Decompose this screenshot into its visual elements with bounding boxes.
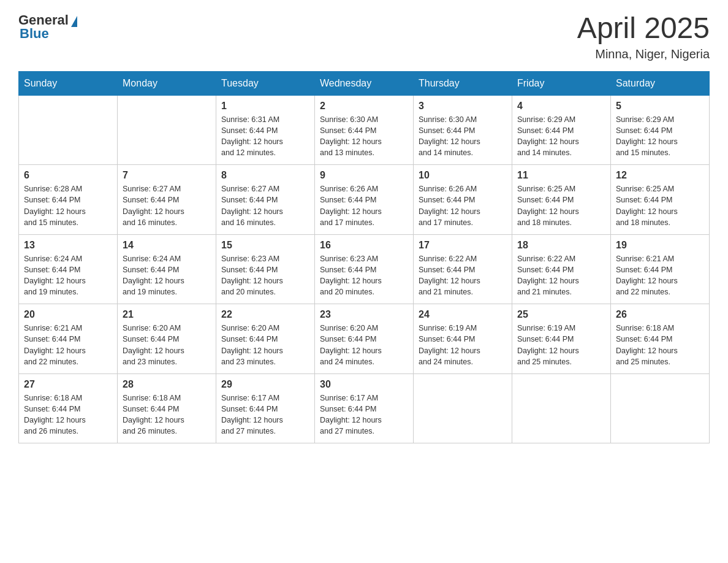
calendar-cell: 23Sunrise: 6:20 AMSunset: 6:44 PMDayligh… bbox=[315, 304, 414, 374]
day-info: Sunrise: 6:28 AMSunset: 6:44 PMDaylight:… bbox=[24, 183, 112, 228]
day-info: Sunrise: 6:18 AMSunset: 6:44 PMDaylight:… bbox=[123, 393, 211, 437]
calendar-cell: 14Sunrise: 6:24 AMSunset: 6:44 PMDayligh… bbox=[118, 234, 216, 304]
day-info: Sunrise: 6:31 AMSunset: 6:44 PMDaylight:… bbox=[221, 114, 309, 159]
header-row: SundayMondayTuesdayWednesdayThursdayFrid… bbox=[19, 71, 710, 95]
calendar-cell: 24Sunrise: 6:19 AMSunset: 6:44 PMDayligh… bbox=[414, 304, 512, 374]
calendar-cell: 22Sunrise: 6:20 AMSunset: 6:44 PMDayligh… bbox=[216, 304, 315, 374]
day-number: 24 bbox=[419, 309, 507, 320]
day-info: Sunrise: 6:24 AMSunset: 6:44 PMDaylight:… bbox=[123, 253, 211, 298]
header-cell-sunday: Sunday bbox=[19, 71, 118, 95]
month-title: April 2025 bbox=[577, 12, 710, 45]
day-number: 6 bbox=[24, 170, 112, 181]
calendar-cell: 16Sunrise: 6:23 AMSunset: 6:44 PMDayligh… bbox=[315, 234, 414, 304]
calendar-cell: 21Sunrise: 6:20 AMSunset: 6:44 PMDayligh… bbox=[118, 304, 216, 374]
day-info: Sunrise: 6:24 AMSunset: 6:44 PMDaylight:… bbox=[24, 253, 112, 298]
day-info: Sunrise: 6:23 AMSunset: 6:44 PMDaylight:… bbox=[221, 253, 309, 298]
header-cell-tuesday: Tuesday bbox=[216, 71, 315, 95]
calendar-cell bbox=[414, 373, 512, 443]
day-info: Sunrise: 6:17 AMSunset: 6:44 PMDaylight:… bbox=[320, 393, 408, 437]
calendar-week-row: 27Sunrise: 6:18 AMSunset: 6:44 PMDayligh… bbox=[19, 373, 710, 443]
location-title: Minna, Niger, Nigeria bbox=[577, 47, 710, 61]
day-info: Sunrise: 6:20 AMSunset: 6:44 PMDaylight:… bbox=[123, 323, 211, 367]
day-info: Sunrise: 6:30 AMSunset: 6:44 PMDaylight:… bbox=[419, 114, 507, 159]
day-number: 5 bbox=[616, 101, 704, 112]
calendar-cell: 5Sunrise: 6:29 AMSunset: 6:44 PMDaylight… bbox=[611, 95, 710, 165]
calendar-cell: 20Sunrise: 6:21 AMSunset: 6:44 PMDayligh… bbox=[19, 304, 118, 374]
calendar-cell: 17Sunrise: 6:22 AMSunset: 6:44 PMDayligh… bbox=[414, 234, 512, 304]
day-number: 16 bbox=[320, 240, 408, 251]
calendar-week-row: 1Sunrise: 6:31 AMSunset: 6:44 PMDaylight… bbox=[19, 95, 710, 165]
day-number: 27 bbox=[24, 379, 112, 390]
day-number: 10 bbox=[419, 170, 507, 181]
calendar-cell bbox=[512, 373, 611, 443]
day-number: 17 bbox=[419, 240, 507, 251]
calendar-cell: 1Sunrise: 6:31 AMSunset: 6:44 PMDaylight… bbox=[216, 95, 315, 165]
calendar-cell bbox=[611, 373, 710, 443]
calendar-cell: 15Sunrise: 6:23 AMSunset: 6:44 PMDayligh… bbox=[216, 234, 315, 304]
header-cell-friday: Friday bbox=[512, 71, 611, 95]
day-info: Sunrise: 6:19 AMSunset: 6:44 PMDaylight:… bbox=[419, 323, 507, 367]
day-info: Sunrise: 6:18 AMSunset: 6:44 PMDaylight:… bbox=[616, 323, 704, 367]
day-number: 2 bbox=[320, 101, 408, 112]
calendar-cell: 2Sunrise: 6:30 AMSunset: 6:44 PMDaylight… bbox=[315, 95, 414, 165]
day-info: Sunrise: 6:29 AMSunset: 6:44 PMDaylight:… bbox=[517, 114, 605, 159]
day-info: Sunrise: 6:25 AMSunset: 6:44 PMDaylight:… bbox=[616, 183, 704, 228]
day-number: 3 bbox=[419, 101, 507, 112]
calendar-cell: 12Sunrise: 6:25 AMSunset: 6:44 PMDayligh… bbox=[611, 165, 710, 235]
header-cell-wednesday: Wednesday bbox=[315, 71, 414, 95]
day-info: Sunrise: 6:17 AMSunset: 6:44 PMDaylight:… bbox=[221, 393, 309, 437]
calendar-cell: 25Sunrise: 6:19 AMSunset: 6:44 PMDayligh… bbox=[512, 304, 611, 374]
day-info: Sunrise: 6:21 AMSunset: 6:44 PMDaylight:… bbox=[616, 253, 704, 298]
calendar-cell: 11Sunrise: 6:25 AMSunset: 6:44 PMDayligh… bbox=[512, 165, 611, 235]
day-info: Sunrise: 6:26 AMSunset: 6:44 PMDaylight:… bbox=[320, 183, 408, 228]
calendar-cell: 8Sunrise: 6:27 AMSunset: 6:44 PMDaylight… bbox=[216, 165, 315, 235]
day-info: Sunrise: 6:20 AMSunset: 6:44 PMDaylight:… bbox=[320, 323, 408, 367]
calendar-cell: 13Sunrise: 6:24 AMSunset: 6:44 PMDayligh… bbox=[19, 234, 118, 304]
calendar-cell: 3Sunrise: 6:30 AMSunset: 6:44 PMDaylight… bbox=[414, 95, 512, 165]
calendar-week-row: 20Sunrise: 6:21 AMSunset: 6:44 PMDayligh… bbox=[19, 304, 710, 374]
day-number: 9 bbox=[320, 170, 408, 181]
day-number: 12 bbox=[616, 170, 704, 181]
day-number: 29 bbox=[221, 379, 309, 390]
day-info: Sunrise: 6:22 AMSunset: 6:44 PMDaylight:… bbox=[419, 253, 507, 298]
calendar-cell: 19Sunrise: 6:21 AMSunset: 6:44 PMDayligh… bbox=[611, 234, 710, 304]
calendar-cell: 18Sunrise: 6:22 AMSunset: 6:44 PMDayligh… bbox=[512, 234, 611, 304]
calendar-week-row: 13Sunrise: 6:24 AMSunset: 6:44 PMDayligh… bbox=[19, 234, 710, 304]
day-number: 20 bbox=[24, 309, 112, 320]
calendar-header: SundayMondayTuesdayWednesdayThursdayFrid… bbox=[19, 71, 710, 95]
calendar-table: SundayMondayTuesdayWednesdayThursdayFrid… bbox=[18, 71, 710, 444]
day-info: Sunrise: 6:20 AMSunset: 6:44 PMDaylight:… bbox=[221, 323, 309, 367]
calendar-cell: 6Sunrise: 6:28 AMSunset: 6:44 PMDaylight… bbox=[19, 165, 118, 235]
day-info: Sunrise: 6:27 AMSunset: 6:44 PMDaylight:… bbox=[221, 183, 309, 228]
calendar-cell: 30Sunrise: 6:17 AMSunset: 6:44 PMDayligh… bbox=[315, 373, 414, 443]
calendar-cell: 7Sunrise: 6:27 AMSunset: 6:44 PMDaylight… bbox=[118, 165, 216, 235]
calendar-cell: 27Sunrise: 6:18 AMSunset: 6:44 PMDayligh… bbox=[19, 373, 118, 443]
title-area: April 2025 Minna, Niger, Nigeria bbox=[577, 12, 710, 61]
calendar-cell bbox=[19, 95, 118, 165]
calendar-cell: 29Sunrise: 6:17 AMSunset: 6:44 PMDayligh… bbox=[216, 373, 315, 443]
logo-blue-text: Blue bbox=[20, 26, 49, 42]
day-number: 23 bbox=[320, 309, 408, 320]
header-cell-thursday: Thursday bbox=[414, 71, 512, 95]
day-number: 21 bbox=[123, 309, 211, 320]
day-number: 8 bbox=[221, 170, 309, 181]
day-number: 30 bbox=[320, 379, 408, 390]
calendar-cell: 10Sunrise: 6:26 AMSunset: 6:44 PMDayligh… bbox=[414, 165, 512, 235]
day-number: 22 bbox=[221, 309, 309, 320]
day-number: 18 bbox=[517, 240, 605, 251]
page-header: General Blue April 2025 Minna, Niger, Ni… bbox=[18, 12, 710, 61]
day-number: 15 bbox=[221, 240, 309, 251]
day-info: Sunrise: 6:25 AMSunset: 6:44 PMDaylight:… bbox=[517, 183, 605, 228]
day-info: Sunrise: 6:30 AMSunset: 6:44 PMDaylight:… bbox=[320, 114, 408, 159]
day-info: Sunrise: 6:27 AMSunset: 6:44 PMDaylight:… bbox=[123, 183, 211, 228]
day-number: 19 bbox=[616, 240, 704, 251]
day-info: Sunrise: 6:23 AMSunset: 6:44 PMDaylight:… bbox=[320, 253, 408, 298]
calendar-cell: 28Sunrise: 6:18 AMSunset: 6:44 PMDayligh… bbox=[118, 373, 216, 443]
day-info: Sunrise: 6:21 AMSunset: 6:44 PMDaylight:… bbox=[24, 323, 112, 367]
calendar-cell: 26Sunrise: 6:18 AMSunset: 6:44 PMDayligh… bbox=[611, 304, 710, 374]
day-info: Sunrise: 6:29 AMSunset: 6:44 PMDaylight:… bbox=[616, 114, 704, 159]
day-info: Sunrise: 6:19 AMSunset: 6:44 PMDaylight:… bbox=[517, 323, 605, 367]
day-info: Sunrise: 6:26 AMSunset: 6:44 PMDaylight:… bbox=[419, 183, 507, 228]
logo-triangle-icon bbox=[71, 16, 77, 27]
day-info: Sunrise: 6:18 AMSunset: 6:44 PMDaylight:… bbox=[24, 393, 112, 437]
